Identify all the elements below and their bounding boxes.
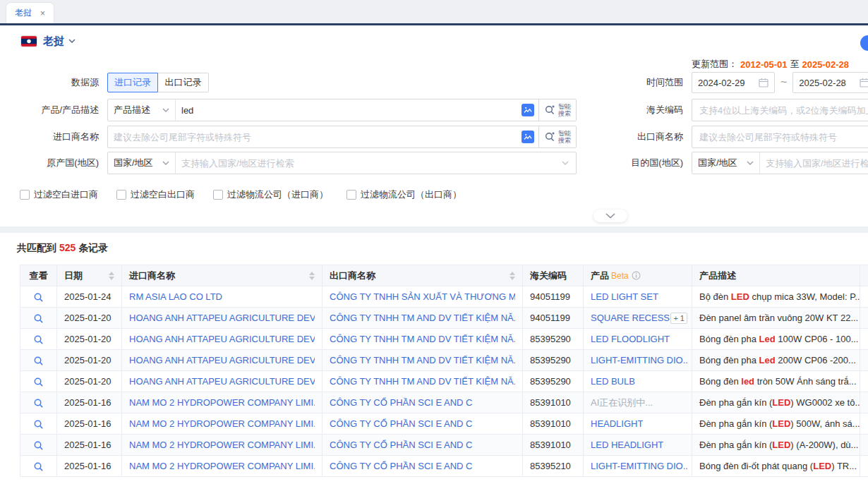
date-cell: 2025-01-20 xyxy=(57,308,122,329)
product-search-input[interactable] xyxy=(176,99,517,121)
checkbox-filter-blank-importer[interactable]: 过滤空白进口商 xyxy=(20,188,98,201)
exporter-link[interactable]: CÔNG TY TNHH TM AND DV TIẾT KIỆM NĂ... xyxy=(330,334,515,344)
importer-search-group: 智能搜索 xyxy=(107,126,577,148)
hs-code-cell: 85391010 xyxy=(523,413,584,435)
product-link[interactable]: LED LIGHT SET xyxy=(591,291,658,302)
product-more-badge[interactable]: + 1 xyxy=(670,313,687,324)
checkbox-icon[interactable] xyxy=(116,190,126,200)
update-range: 更新范围： 2012-05-01 至 2025-02-28 xyxy=(692,58,868,71)
importer-link[interactable]: HOANG ANH ATTAPEU AGRICULTURE DEVE... xyxy=(129,376,315,387)
date-start-input[interactable]: 2024-02-29 xyxy=(692,72,775,93)
chevron-down-icon[interactable] xyxy=(68,39,76,43)
filter-checkboxes: 过滤空白进口商 过滤空白出口商 过滤物流公司（进口商） 过滤物流公司（出口商） xyxy=(20,188,868,201)
origin-select-group: 国家/地区 xyxy=(107,152,577,174)
beta-info-icon[interactable] xyxy=(632,271,641,280)
exporter-link[interactable]: CÔNG TY CỔ PHẦN SCI E AND C xyxy=(330,461,515,471)
checkbox-filter-blank-exporter[interactable]: 过滤空白出口商 xyxy=(116,188,195,201)
view-record-icon[interactable] xyxy=(33,377,44,387)
date-end-input[interactable]: 2025-02-28 xyxy=(792,72,868,93)
checkbox-label: 过滤物流公司（出口商） xyxy=(361,188,462,201)
smart-search-button[interactable]: 智能搜索 xyxy=(538,99,576,121)
view-record-icon[interactable] xyxy=(33,292,44,303)
checkbox-icon[interactable] xyxy=(346,190,356,200)
product-link[interactable]: LED BULB xyxy=(591,376,635,387)
product-desc-cell: Đèn panel âm trần vuông 20W KT 22... xyxy=(692,308,860,329)
checkbox-filter-logistics-importer[interactable]: 过滤物流公司（进口商） xyxy=(213,188,328,201)
product-link[interactable]: LIGHT-EMITTING DIO... xyxy=(591,355,687,365)
tab-laos[interactable]: 老挝 × xyxy=(6,2,54,23)
exporter-input[interactable] xyxy=(692,126,868,148)
tab-export-records[interactable]: 出口记录 xyxy=(158,73,209,92)
destination-country-input[interactable] xyxy=(760,152,868,174)
destination-label: 目的国(地区) xyxy=(577,157,692,169)
image-search-icon[interactable] xyxy=(522,104,534,116)
checkbox-icon[interactable] xyxy=(20,190,30,200)
table-row: 2025-01-20 HOANG ANH ATTAPEU AGRICULTURE… xyxy=(20,308,868,329)
exporter-link[interactable]: CÔNG TY CỔ PHẦN SCI E AND C xyxy=(330,440,515,450)
product-link[interactable]: LIGHT-EMITTING DIO... xyxy=(591,461,687,471)
image-search-icon[interactable] xyxy=(522,131,534,143)
product-field-select[interactable]: 产品描述 xyxy=(108,99,176,121)
close-icon[interactable]: × xyxy=(40,8,45,18)
importer-link[interactable]: RM ASIA LAO CO LTD xyxy=(129,291,315,302)
chevron-down-icon[interactable] xyxy=(562,161,569,165)
exporter-link[interactable]: CÔNG TY CỔ PHẦN SCI E AND C xyxy=(330,418,515,429)
importer-link[interactable]: HOANG ANH ATTAPEU AGRICULTURE DEVE... xyxy=(129,313,315,323)
table-row: 2025-01-16 NAM MO 2 HYDROPOWER COMPANY L… xyxy=(20,456,868,477)
exporter-link[interactable]: CÔNG TY TNHH TM AND DV TIẾT KIỆM NĂ... xyxy=(330,376,515,387)
importer-link[interactable]: NAM MO 2 HYDROPOWER COMPANY LIMI... xyxy=(129,418,315,429)
exporter-link[interactable]: CÔNG TY CỔ PHẦN SCI E AND C xyxy=(330,397,515,408)
product-link[interactable]: SQUARE RECESS... xyxy=(591,313,670,323)
product-link[interactable]: HEADLIGHT xyxy=(591,418,643,429)
checkbox-filter-logistics-exporter[interactable]: 过滤物流公司（出口商） xyxy=(346,188,462,201)
importer-link[interactable]: NAM MO 2 HYDROPOWER COMPANY LIMI... xyxy=(129,397,315,408)
view-record-icon[interactable] xyxy=(33,356,44,366)
product-link[interactable]: LED FLOODLIGHT xyxy=(591,334,670,344)
hs-code-cell: 85395290 xyxy=(523,350,584,371)
date-cell: 2025-01-16 xyxy=(57,435,122,456)
destination-type-value: 国家/地区 xyxy=(698,157,737,169)
sort-importer[interactable] xyxy=(309,272,315,280)
view-record-icon[interactable] xyxy=(33,419,44,430)
hs-code-cell: 85395290 xyxy=(523,371,584,392)
importer-link[interactable]: NAM MO 2 HYDROPOWER COMPANY LIMI... xyxy=(129,440,315,450)
result-count-prefix: 共匹配到 xyxy=(17,242,56,253)
calendar-icon xyxy=(759,78,768,87)
hscode-input[interactable] xyxy=(692,99,868,121)
col-overflow xyxy=(860,265,868,286)
product-link[interactable]: LED HEADLIGHT xyxy=(591,440,663,450)
tab-label: 老挝 xyxy=(15,7,32,19)
importer-link[interactable]: HOANG ANH ATTAPEU AGRICULTURE DEVE... xyxy=(129,334,315,344)
view-record-icon[interactable] xyxy=(33,313,44,324)
collapse-filters-button[interactable] xyxy=(593,210,627,222)
origin-label: 原产国(地区) xyxy=(0,157,107,169)
importer-link[interactable]: NAM MO 2 HYDROPOWER COMPANY LIMI... xyxy=(129,461,315,471)
view-record-icon[interactable] xyxy=(33,398,44,409)
hscode-label: 海关编码 xyxy=(577,104,692,116)
sort-exporter[interactable] xyxy=(510,272,515,280)
checkbox-label: 过滤空白出口商 xyxy=(131,188,195,201)
chevron-down-icon xyxy=(747,161,754,165)
exporter-link[interactable]: CÔNG TY TNHH SẢN XUẤT VÀ THƯƠNG M... xyxy=(330,291,515,302)
origin-type-select[interactable]: 国家/地区 xyxy=(108,152,176,174)
date-cell: 2025-01-16 xyxy=(57,392,122,413)
tab-bar: 老挝 × xyxy=(0,0,868,25)
smart-search-button[interactable]: 智能搜索 xyxy=(538,126,576,147)
view-record-icon[interactable] xyxy=(33,461,44,472)
sort-date[interactable] xyxy=(109,272,114,280)
exporter-link[interactable]: CÔNG TY TNHH TM AND DV TIẾT KIỆM NĂ... xyxy=(330,355,515,365)
destination-type-select[interactable]: 国家/地区 xyxy=(692,152,760,174)
chevron-down-icon xyxy=(605,213,615,219)
view-record-icon[interactable] xyxy=(33,334,44,345)
checkbox-icon[interactable] xyxy=(213,190,223,200)
importer-input[interactable] xyxy=(108,126,517,147)
origin-country-input[interactable] xyxy=(176,152,562,174)
product-desc-cell: Đèn pha gắn kín (LED) (A-200W), dù... xyxy=(692,435,860,456)
checkbox-label: 过滤物流公司（进口商） xyxy=(227,188,328,201)
view-record-icon[interactable] xyxy=(33,440,44,451)
overflow-cell xyxy=(860,371,868,392)
beta-badge: Beta xyxy=(611,271,629,281)
exporter-link[interactable]: CÔNG TY TNHH TM AND DV TIẾT KIỆM NĂ... xyxy=(330,313,515,323)
importer-link[interactable]: HOANG ANH ATTAPEU AGRICULTURE DEVE... xyxy=(129,355,315,365)
tab-import-records[interactable]: 进口记录 xyxy=(107,73,158,92)
